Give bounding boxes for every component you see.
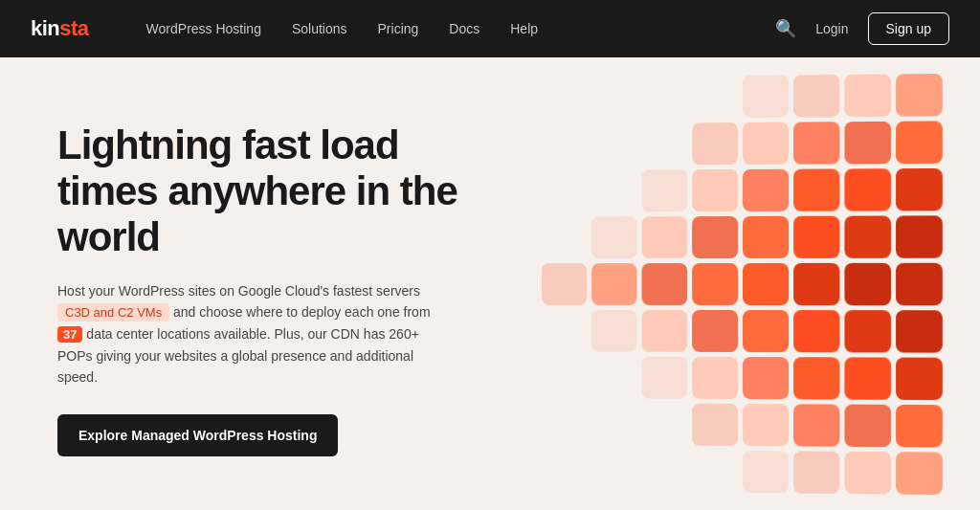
nav-right: 🔍 Login Sign up	[775, 12, 949, 45]
nav-link-wordpress-hosting[interactable]: WordPress Hosting	[146, 21, 261, 36]
nav-links: WordPress Hosting Solutions Pricing Docs…	[146, 21, 738, 36]
nav-link-pricing[interactable]: Pricing	[378, 21, 419, 36]
subtitle-before: Host your WordPress sites on Google Clou…	[57, 283, 420, 299]
highlight-number: 37	[57, 326, 82, 343]
logo[interactable]: kinsta	[31, 16, 89, 41]
highlight-vms-tag: C3D and C2 VMs	[57, 303, 169, 322]
hero-title: Lightning fast load times anywhere in th…	[57, 122, 459, 261]
hero-content: Lightning fast load times anywhere in th…	[0, 57, 490, 510]
hero-visual	[490, 57, 980, 510]
signup-button[interactable]: Sign up	[868, 12, 949, 45]
hero-section: Lightning fast load times anywhere in th…	[0, 57, 980, 510]
grid-container	[542, 73, 943, 494]
nav-link-docs[interactable]: Docs	[449, 21, 479, 36]
hero-subtitle: Host your WordPress sites on Google Clou…	[57, 280, 440, 388]
subtitle-mid: and choose where to deploy each one from	[173, 304, 431, 320]
subtitle-after: data center locations available. Plus, o…	[57, 326, 419, 385]
cta-button[interactable]: Explore Managed WordPress Hosting	[57, 414, 338, 456]
grid-decoration	[540, 57, 980, 510]
search-icon[interactable]: 🔍	[775, 20, 796, 37]
nav-link-help[interactable]: Help	[510, 21, 538, 36]
nav-link-solutions[interactable]: Solutions	[292, 21, 347, 36]
login-button[interactable]: Login	[815, 21, 848, 36]
navbar: kinsta WordPress Hosting Solutions Prici…	[0, 0, 980, 57]
